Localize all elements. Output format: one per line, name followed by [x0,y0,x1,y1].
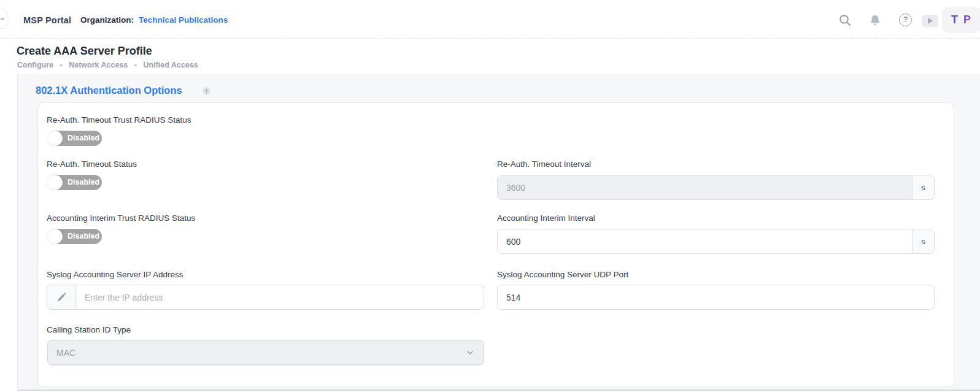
toggle-state-label: Disabled [68,229,99,244]
msp-portal-screen: MSP Portal Organization: Technical Publi… [0,0,980,392]
avatar-initials: T P [951,13,972,26]
chevron-down-icon [465,348,475,358]
accounting-interim-interval-input[interactable] [498,229,912,253]
seconds-unit-addon: s [912,229,934,253]
play-triangle-icon [928,18,933,24]
search-icon[interactable] [838,13,852,27]
toggle-state-label: Disabled [68,175,99,190]
info-icon[interactable]: ! [203,87,210,95]
reauth-timeout-interval-label: Re-Auth. Timeout Interval [497,159,591,169]
collapse-icon [1,18,4,20]
page-title: Create AAA Server Profile [17,45,152,58]
breadcrumb-separator: - [134,61,137,69]
sidebar-collapse-button[interactable] [0,9,7,29]
breadcrumb-item-network-access: Network Access [69,61,128,69]
reauth-timeout-status-toggle[interactable]: Disabled [47,175,102,190]
organization-link[interactable]: Technical Publications [139,15,228,25]
selected-value: MAC [56,348,465,358]
toggle-knob [47,229,63,244]
section-title-8021x: 802.1X Authentication Options [36,85,182,96]
syslog-ip-input[interactable] [76,285,484,309]
syslog-udp-port-group [497,285,935,310]
reauth-trust-status-toggle[interactable]: Disabled [47,131,102,146]
pencil-icon [56,293,66,302]
top-header: MSP Portal Organization: Technical Publi… [0,0,980,39]
user-avatar[interactable]: T P [942,7,980,33]
walkthrough-play-icon[interactable] [922,15,938,27]
main-content: 802.1X Authentication Options ! Re-Auth.… [17,74,980,391]
syslog-ip-group [47,285,484,310]
calling-station-id-type-label: Calling Station ID Type [47,325,131,334]
organization-label: Organization: [80,15,134,25]
authentication-options-card: Re-Auth. Timeout Trust RADIUS Status Dis… [37,102,954,387]
page-title-block: Create AAA Server Profile Configure - Ne… [0,39,980,74]
accounting-interim-interval-group: s [497,229,935,254]
bell-icon[interactable] [868,14,882,28]
help-icon[interactable]: ? [899,13,912,26]
accounting-trust-status-label: Accounting Interim Trust RADIUS Status [47,213,195,223]
brand-title: MSP Portal [23,15,71,25]
accounting-trust-status-toggle[interactable]: Disabled [47,229,102,244]
accounting-interim-interval-label: Accounting Interim Interval [497,213,595,223]
syslog-udp-port-input[interactable] [498,285,934,309]
reauth-trust-status-label: Re-Auth. Timeout Trust RADIUS Status [47,115,191,125]
breadcrumb-separator: - [60,61,63,69]
calling-station-id-type-select[interactable]: MAC [47,340,484,365]
toggle-state-label: Disabled [68,131,99,146]
reauth-timeout-interval-input[interactable] [498,175,912,199]
breadcrumb-item-unified-access: Unified Access [143,61,198,69]
reauth-timeout-status-label: Re-Auth. Timeout Status [47,159,137,169]
seconds-unit-addon: s [912,175,934,199]
toggle-knob [47,175,63,190]
reauth-timeout-interval-group: s [497,175,935,200]
toggle-knob [47,131,63,146]
edit-addon [47,285,76,309]
breadcrumb-item-configure: Configure [17,61,53,69]
syslog-udp-port-label: Syslog Accounting Server UDP Port [497,270,628,279]
breadcrumb: Configure - Network Access - Unified Acc… [17,61,203,69]
syslog-ip-label: Syslog Accounting Server IP Address [47,270,183,279]
